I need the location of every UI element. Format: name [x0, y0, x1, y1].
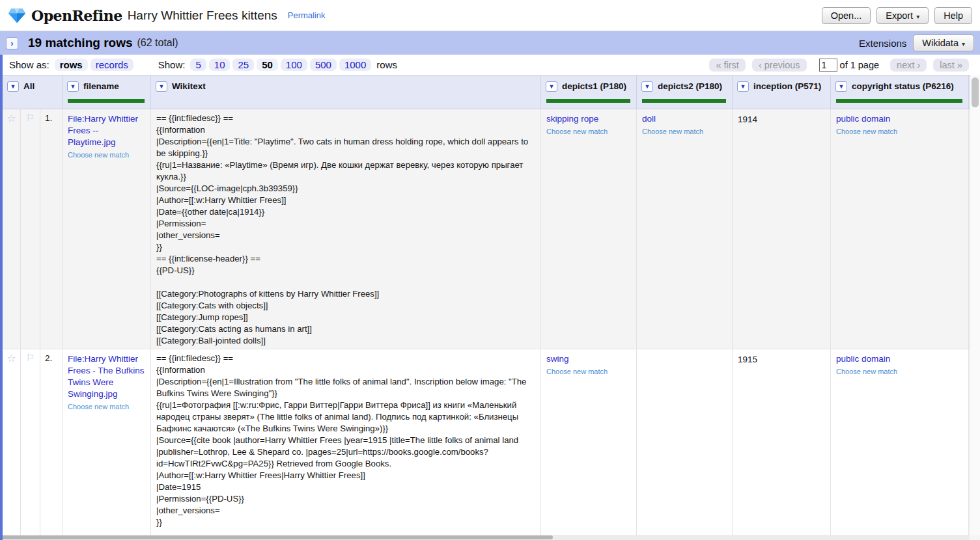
column-header-wikitext: ▼Wikitext [151, 75, 541, 109]
page-size-5[interactable]: 5 [190, 59, 206, 71]
star-cell: ☆ [3, 349, 21, 539]
column-header-copyright-status: ▼copyright status (P6216) [831, 75, 969, 109]
chevron-down-icon: ▼ [10, 83, 16, 90]
choose-new-match-link[interactable]: Choose new match [836, 127, 963, 136]
chevron-down-icon: ▼ [70, 83, 76, 90]
column-menu-button[interactable]: ▼ [67, 81, 79, 92]
data-grid: ▼All ▼filename ▼Wikitext ▼depicts1 (P180… [3, 75, 970, 540]
column-menu-button[interactable]: ▼ [641, 81, 653, 92]
vertical-scrollbar-thumb[interactable] [972, 77, 979, 107]
column-header-filename: ▼filename [63, 75, 151, 109]
horizontal-scrollbar-thumb[interactable] [0, 535, 553, 539]
last-page-button[interactable]: last » [933, 59, 969, 72]
matching-rows-count: 19 matching rows [28, 36, 133, 50]
chevron-down-icon: ▼ [740, 83, 746, 90]
page-size-10[interactable]: 10 [209, 59, 231, 71]
recon-progress-bar [642, 99, 726, 103]
chevron-down-icon: ▾ [962, 40, 965, 47]
depicts2-cell[interactable] [637, 349, 733, 539]
column-label: All [23, 81, 35, 91]
next-page-button[interactable]: next › [890, 59, 927, 72]
vertical-scrollbar[interactable] [970, 75, 980, 535]
column-label: Wikitext [172, 81, 206, 91]
choose-new-match-link[interactable]: Choose new match [546, 367, 631, 376]
column-label: filename [83, 81, 119, 91]
recon-value-link[interactable]: public domain [836, 113, 963, 125]
show-label: Show: [158, 59, 186, 70]
column-menu-button[interactable]: ▼ [156, 81, 167, 92]
export-button[interactable]: Export▾ [876, 7, 929, 24]
column-label: inception (P571) [753, 81, 821, 91]
row-index: 1. [40, 109, 63, 349]
recon-value-link[interactable]: skipping rope [546, 113, 631, 125]
wikitext-value: == {{int:filedesc}} == {{Information |De… [156, 353, 535, 528]
flag-icon[interactable]: ⚐ [26, 112, 35, 123]
recon-value-link[interactable]: doll [642, 113, 727, 125]
scrollbar-corner [970, 535, 980, 540]
copyright-status-cell: public domain Choose new match [831, 349, 969, 539]
table-row: ☆ ⚐ 2. File:Harry Whittier Frees - The B… [3, 349, 970, 540]
recon-progress-bar [836, 99, 962, 103]
column-menu-button[interactable]: ▼ [737, 81, 749, 92]
show-as-label: Show as: [9, 59, 49, 70]
column-header-depicts1: ▼depicts1 (P180) [541, 75, 637, 109]
column-label: copyright status (P6216) [852, 81, 954, 91]
help-button[interactable]: Help [934, 7, 972, 24]
filename-link[interactable]: File:Harry Whittier Frees - The Bufkins … [68, 353, 145, 400]
column-menu-button[interactable]: ▼ [835, 81, 847, 92]
star-icon[interactable]: ☆ [7, 353, 16, 364]
star-icon[interactable]: ☆ [7, 113, 16, 124]
choose-new-match-link[interactable]: Choose new match [68, 150, 145, 159]
extensions-label: Extensions [859, 38, 906, 49]
page-size-1000[interactable]: 1000 [339, 59, 371, 71]
left-panel-divider [0, 55, 3, 540]
column-header-depicts2: ▼depicts2 (P180) [637, 75, 733, 109]
flag-cell: ⚐ [21, 349, 40, 539]
collapse-panel-button[interactable]: › [6, 37, 18, 49]
open-button[interactable]: Open... [822, 7, 871, 24]
chevron-down-icon: ▼ [159, 83, 165, 90]
choose-new-match-link[interactable]: Choose new match [68, 402, 145, 411]
page-size-25[interactable]: 25 [232, 59, 254, 71]
summary-bar: › 19 matching rows (62 total) Extensions… [0, 31, 980, 55]
inception-cell[interactable]: 1915 [733, 349, 831, 539]
chevron-right-icon: › [10, 38, 13, 48]
copyright-status-cell: public domain Choose new match [831, 109, 969, 349]
page-size-500[interactable]: 500 [310, 59, 337, 71]
choose-new-match-link[interactable]: Choose new match [546, 127, 631, 136]
recon-value-link[interactable]: public domain [836, 353, 963, 365]
permalink-link[interactable]: Permalink [288, 10, 326, 20]
cell-value: 1915 [738, 355, 757, 364]
recon-value-link[interactable]: swing [546, 353, 631, 365]
topbar-buttons: Open... Export▾ Help [822, 7, 972, 24]
wikitext-cell[interactable]: == {{int:filedesc}} == {{Information |De… [151, 349, 541, 539]
recon-progress-bar [546, 99, 630, 103]
top-bar: OpenRefine Harry Whittier Frees kittens … [0, 0, 980, 31]
filename-link[interactable]: File:Harry Whittier Frees -- Playtime.jp… [68, 113, 145, 148]
page-count-label: of 1 page [840, 60, 879, 70]
previous-page-button[interactable]: ‹ previous [752, 59, 807, 72]
inception-cell[interactable]: 1914 [733, 109, 831, 349]
show-as-rows-option[interactable]: rows [55, 59, 88, 71]
choose-new-match-link[interactable]: Choose new match [642, 127, 727, 136]
page-size-50-selected[interactable]: 50 [257, 59, 278, 71]
extension-wikidata-button[interactable]: Wikidata▾ [913, 34, 974, 51]
page-size-100[interactable]: 100 [281, 59, 307, 71]
data-grid-area: ▼All ▼filename ▼Wikitext ▼depicts1 (P180… [0, 75, 980, 540]
extension-button-label: Wikidata [922, 38, 959, 48]
wikitext-cell[interactable]: == {{int:filedesc}} == {{Information |De… [151, 109, 541, 349]
page-number-input[interactable] [819, 59, 837, 72]
first-page-button[interactable]: « first [709, 59, 745, 72]
chevron-down-icon: ▾ [916, 13, 919, 20]
show-as-records-option[interactable]: records [91, 59, 133, 71]
column-menu-button[interactable]: ▼ [7, 81, 19, 92]
choose-new-match-link[interactable]: Choose new match [836, 367, 963, 376]
flag-cell: ⚐ [21, 109, 40, 349]
depicts2-cell: doll Choose new match [637, 109, 733, 349]
chevron-down-icon: ▼ [645, 83, 651, 90]
horizontal-scrollbar[interactable] [0, 535, 970, 540]
pagination: « first ‹ previous of 1 page next › last… [706, 59, 972, 72]
flag-icon[interactable]: ⚐ [26, 352, 35, 363]
filename-cell: File:Harry Whittier Frees - The Bufkins … [63, 349, 151, 539]
column-menu-button[interactable]: ▼ [546, 81, 557, 92]
